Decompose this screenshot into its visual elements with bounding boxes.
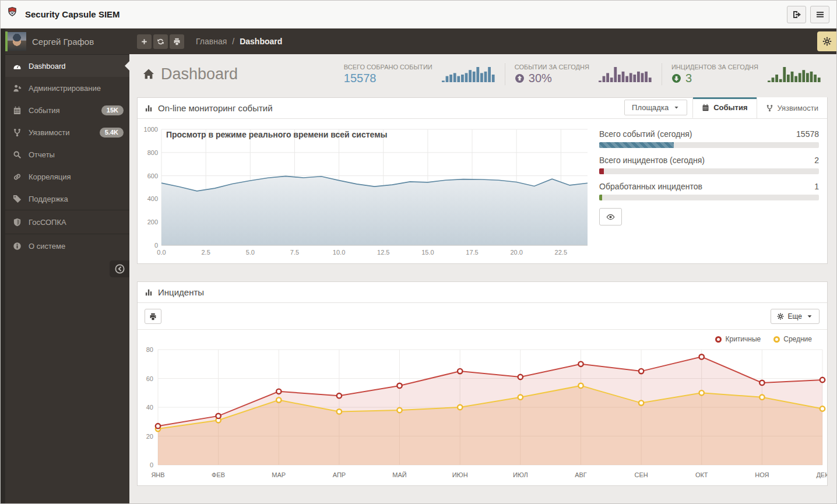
print-button[interactable] (170, 34, 184, 49)
svg-text:Просмотр в режиме реального вр: Просмотр в режиме реального времени всей… (166, 130, 388, 139)
sidebar-collapse-button[interactable] (110, 260, 129, 277)
tab-Уязвимости[interactable]: Уязвимости (757, 97, 827, 118)
refresh-button[interactable] (153, 34, 168, 49)
summary-label: Всего событий (сегодня) (599, 129, 692, 139)
breadcrumb-home[interactable]: Главная (196, 37, 227, 46)
shield-logo-icon (8, 7, 20, 22)
sidebar-item-gossopka[interactable]: ГосСОПКА (5, 210, 129, 234)
sidebar-item-label: Отчеты (29, 150, 55, 159)
incidents-panel: Инциденты Еще КритичныеСредние 020406080… (137, 281, 828, 486)
stats-header: Dashboard ВСЕГО СОБРАНО СОБЫТИИ15578СОБЫ… (129, 54, 836, 94)
sidebar-item-reports[interactable]: Отчеты (5, 143, 129, 165)
breadcrumb-separator: / (232, 37, 234, 46)
summary-row: Всего событий (сегодня)15578 (599, 129, 819, 148)
svg-text:15.0: 15.0 (421, 249, 434, 256)
stat-sparkline (442, 66, 495, 82)
breadcrumb: Главная / Dashboard (196, 37, 282, 46)
user-row[interactable]: Сергей Графов (5, 29, 129, 55)
menu-toggle-button[interactable] (810, 6, 829, 23)
svg-text:ДЕК: ДЕК (816, 471, 827, 478)
more-dropdown[interactable]: Еще (771, 309, 820, 324)
main-area: Главная / Dashboard Dashboard ВСЕГО СОБР… (129, 29, 836, 504)
print-button[interactable] (145, 309, 161, 324)
summary-value: 1 (814, 182, 819, 191)
add-button[interactable] (137, 34, 152, 49)
view-eye-button[interactable] (599, 208, 622, 225)
stat-value: 3 (671, 72, 758, 85)
stat-blocks: ВСЕГО СОБРАНО СОБЫТИИ15578СОБЫТИИ ЗА СЕГ… (335, 64, 831, 85)
summary-progress (599, 195, 819, 200)
sidebar-item-support[interactable]: Поддержка (5, 188, 129, 210)
svg-text:10.0: 10.0 (333, 249, 345, 256)
logout-button[interactable] (787, 6, 806, 23)
stat-label: ИНЦИДЕНТОВ ЗА СЕГОДНЯ (671, 64, 758, 71)
legend-item-Средние[interactable]: Средние (773, 335, 812, 343)
stat-sparkline (768, 66, 821, 82)
summary-label: Обработанных инцидентов (599, 182, 702, 191)
sidebar-item-dashboard[interactable]: Dashboard (5, 55, 129, 77)
svg-text:СЕН: СЕН (634, 471, 648, 478)
sidebar-item-label: Dashboard (29, 62, 66, 71)
svg-text:600: 600 (147, 172, 158, 179)
caret-down-icon (673, 104, 680, 111)
content: On-line мониторинг событий Площадка Собы… (129, 94, 836, 504)
sidebar-item-label: О системе (29, 242, 65, 251)
monitor-summary: Всего событий (сегодня)15578Всего инциде… (590, 124, 821, 261)
stat-block-1: СОБЫТИИ ЗА СЕГОДНЯ30% (505, 64, 662, 85)
stat-label: ВСЕГО СОБРАНО СОБЫТИИ (344, 64, 432, 71)
svg-text:12.5: 12.5 (377, 249, 389, 256)
svg-text:0: 0 (150, 461, 153, 468)
svg-text:ОКТ: ОКТ (695, 471, 708, 478)
sidebar-item-label: ГосСОПКА (29, 218, 66, 227)
svg-text:ФЕВ: ФЕВ (212, 471, 225, 478)
bar-chart-icon (145, 104, 153, 112)
sidebar-item-vulnerabilities[interactable]: Уязвимости5.4K (5, 121, 129, 143)
stat-sparkline (599, 66, 652, 82)
events-area-chart: 020040060080010000.02.55.07.510.012.515.… (138, 124, 590, 261)
stat-block-0: ВСЕГО СОБРАНО СОБЫТИИ15578 (335, 64, 505, 85)
summary-progress (599, 168, 819, 174)
monitor-panel-title: On-line мониторинг событий (158, 103, 273, 113)
svg-text:200: 200 (147, 218, 158, 225)
summary-value: 15578 (796, 129, 819, 139)
sidebar-item-administration[interactable]: Администрирование (5, 77, 129, 99)
tags-icon (13, 195, 29, 203)
stat-block-2: ИНЦИДЕНТОВ ЗА СЕГОДНЯ3 (662, 64, 831, 85)
sidebar: Сергей Графов DashboardАдминистрирование… (1, 29, 129, 504)
legend-marker (773, 336, 780, 343)
sidebar-item-badge: 15K (101, 105, 124, 115)
sidebar-item-correlation[interactable]: Корреляция (5, 165, 129, 188)
monitor-controls: Площадка СобытияУязвимости (624, 97, 827, 118)
summary-row: Всего инцидентов (сегодня)2 (599, 156, 819, 174)
legend-marker (715, 336, 722, 343)
svg-text:ИЮН: ИЮН (452, 471, 468, 478)
svg-text:1000: 1000 (144, 126, 158, 133)
sidebar-item-about[interactable]: О системе (5, 234, 129, 258)
monitor-panel: On-line мониторинг событий Площадка Собы… (137, 97, 828, 264)
fork-icon (766, 104, 773, 112)
svg-text:ИЮЛ: ИЮЛ (513, 471, 528, 478)
calendar-icon (702, 104, 709, 111)
legend-item-Критичные[interactable]: Критичные (715, 335, 761, 343)
stat-value: 30% (515, 72, 589, 85)
breadcrumb-bar: Главная / Dashboard (129, 29, 836, 54)
app-title: Security Capsule SIEM (25, 9, 120, 19)
svg-text:20: 20 (146, 433, 153, 440)
user-avatar (8, 32, 26, 51)
monitor-panel-header: On-line мониторинг событий Площадка Собы… (138, 98, 827, 119)
incidents-panel-header: Инциденты (138, 282, 827, 303)
shield-icon (13, 218, 29, 227)
sidebar-item-events[interactable]: События15K (5, 99, 129, 121)
svg-text:АВГ: АВГ (575, 471, 587, 478)
svg-text:80: 80 (146, 346, 153, 353)
breadcrumb-current: Dashboard (240, 37, 282, 46)
settings-gear-button[interactable] (817, 31, 836, 51)
tab-События[interactable]: События (692, 97, 756, 118)
user-name: Сергей Графов (32, 37, 94, 47)
svg-text:800: 800 (147, 149, 158, 156)
trend-up-icon (515, 73, 525, 83)
site-dropdown[interactable]: Площадка (624, 100, 687, 115)
svg-text:400: 400 (147, 195, 158, 202)
bar-chart-icon (145, 288, 153, 297)
sidebar-item-label: События (29, 106, 60, 115)
